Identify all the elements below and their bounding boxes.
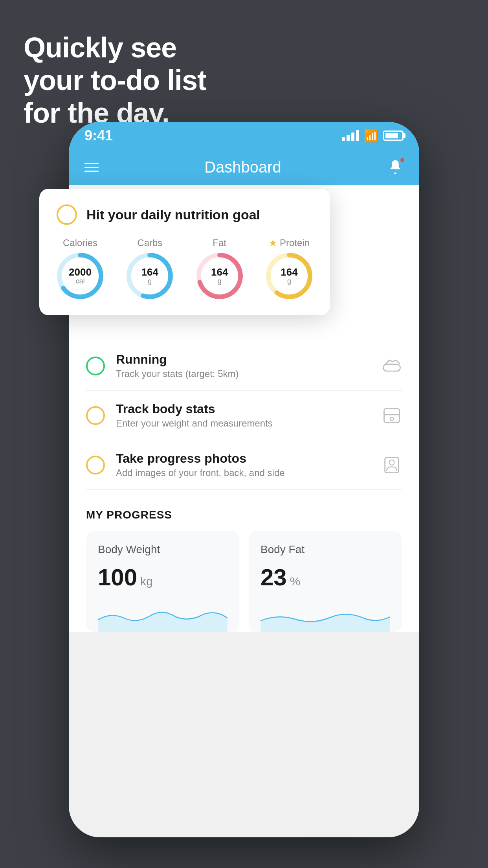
header-title: Dashboard <box>204 158 281 176</box>
body-fat-wave <box>261 600 390 632</box>
nutrition-checkbox[interactable] <box>57 204 77 225</box>
todo-checkbox-running[interactable] <box>86 357 105 375</box>
status-icons: 📶 <box>342 129 404 143</box>
calories-value: 2000 <box>69 267 92 277</box>
progress-section-title: MY PROGRESS <box>86 509 402 521</box>
body-fat-value: 23 <box>261 564 287 591</box>
body-weight-wave <box>98 600 227 632</box>
nutrition-item-calories: Calories 2000 cal <box>57 237 104 300</box>
progress-section: MY PROGRESS Body Weight 100 kg <box>69 490 419 632</box>
fat-value: 164 <box>211 267 228 277</box>
todo-text-running: Running Track your stats (target: 5km) <box>116 352 371 379</box>
todo-title-body-stats: Track body stats <box>116 402 371 416</box>
body-weight-value: 100 <box>98 564 137 591</box>
todo-item-body-stats[interactable]: Track body stats Enter your weight and m… <box>86 391 402 440</box>
body-fat-card[interactable]: Body Fat 23 % <box>249 531 402 632</box>
body-weight-unit: kg <box>140 575 153 588</box>
progress-cards: Body Weight 100 kg Body Fat <box>86 531 402 632</box>
carbs-value: 164 <box>141 267 158 277</box>
nutrition-item-protein: ★ Protein 164 g <box>266 237 313 300</box>
nutrition-item-fat: Fat 164 g <box>196 237 243 300</box>
todo-title-running: Running <box>116 352 371 367</box>
protein-label-row: ★ Protein <box>269 237 310 248</box>
calories-donut: 2000 cal <box>57 252 104 300</box>
notification-badge <box>400 157 405 163</box>
status-bar: 9:41 📶 <box>69 122 419 149</box>
carbs-label: Carbs <box>137 237 162 248</box>
carbs-donut: 164 g <box>126 252 173 300</box>
app-header: Dashboard <box>69 149 419 185</box>
todo-text-photos: Take progress photos Add images of your … <box>116 451 371 478</box>
signal-icon <box>342 130 359 141</box>
body-fat-unit: % <box>290 575 301 588</box>
svg-rect-0 <box>383 364 400 371</box>
body-fat-label: Body Fat <box>261 543 390 556</box>
protein-value: 164 <box>281 267 297 277</box>
protein-donut: 164 g <box>266 252 313 300</box>
body-fat-value-row: 23 % <box>261 564 390 591</box>
nutrition-circles: Calories 2000 cal Carbs <box>57 237 313 300</box>
fat-label: Fat <box>213 237 226 248</box>
body-weight-label: Body Weight <box>98 543 227 556</box>
scale-icon <box>382 405 402 426</box>
protein-label: Protein <box>280 237 310 248</box>
status-time: 9:41 <box>84 127 113 144</box>
carbs-unit: g <box>141 277 158 285</box>
todo-checkbox-photos[interactable] <box>86 456 105 474</box>
nutrition-card-header: Hit your daily nutrition goal <box>57 204 313 225</box>
notification-button[interactable] <box>387 159 404 175</box>
calories-unit: cal <box>69 277 92 285</box>
svg-point-3 <box>390 417 394 421</box>
nutrition-item-carbs: Carbs 164 g <box>126 237 173 300</box>
battery-icon <box>383 131 404 141</box>
todo-item-photos[interactable]: Take progress photos Add images of your … <box>86 440 402 490</box>
todo-subtitle-running: Track your stats (target: 5km) <box>116 368 371 379</box>
fat-donut: 164 g <box>196 252 243 300</box>
body-weight-card[interactable]: Body Weight 100 kg <box>86 531 239 632</box>
nutrition-card-title: Hit your daily nutrition goal <box>86 207 260 223</box>
shoe-icon <box>382 356 402 376</box>
star-icon: ★ <box>269 237 277 248</box>
todo-text-body-stats: Track body stats Enter your weight and m… <box>116 402 371 429</box>
todo-list: Running Track your stats (target: 5km) T… <box>69 341 419 490</box>
wifi-icon: 📶 <box>364 129 378 143</box>
person-icon <box>382 455 402 475</box>
menu-button[interactable] <box>84 163 99 172</box>
todo-item-running[interactable]: Running Track your stats (target: 5km) <box>86 341 402 391</box>
todo-title-photos: Take progress photos <box>116 451 371 466</box>
body-weight-value-row: 100 kg <box>98 564 227 591</box>
todo-subtitle-photos: Add images of your front, back, and side <box>116 467 371 478</box>
todo-subtitle-body-stats: Enter your weight and measurements <box>116 418 371 429</box>
fat-unit: g <box>211 277 228 285</box>
nutrition-card: Hit your daily nutrition goal Calories 2… <box>39 189 330 315</box>
protein-unit: g <box>281 277 297 285</box>
hero-text: Quickly see your to-do list for the day. <box>24 31 206 129</box>
calories-label: Calories <box>63 237 97 248</box>
svg-point-5 <box>389 460 394 465</box>
todo-checkbox-body-stats[interactable] <box>86 406 105 425</box>
